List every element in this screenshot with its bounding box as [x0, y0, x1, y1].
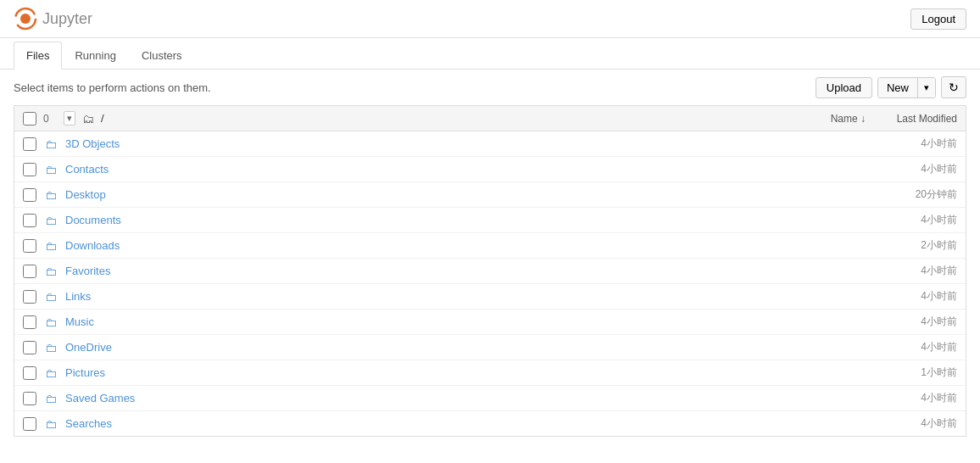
svg-point-1 [20, 14, 31, 24]
selected-count: 0 [43, 113, 57, 125]
folder-icon: 🗀 [43, 239, 58, 253]
jupyter-logo-icon [14, 7, 37, 31]
file-link[interactable]: Links [65, 290, 866, 303]
table-row: 🗀 Pictures 1小时前 [14, 360, 966, 386]
folder-icon: 🗀 [43, 290, 58, 304]
table-row: 🗀 Music 4小时前 [14, 310, 966, 335]
file-list: 0 ▾ 🗂 / Name ↓ Last Modified 🗀 3D Object… [14, 105, 966, 437]
table-row: 🗀 Downloads 2小时前 [14, 233, 966, 259]
row-checkbox[interactable] [23, 341, 36, 354]
current-folder-icon: 🗂 [82, 112, 94, 126]
file-link[interactable]: Favorites [65, 265, 866, 277]
row-checkbox[interactable] [23, 214, 36, 227]
file-modified: 20分钟前 [872, 187, 957, 202]
table-row: 🗀 Desktop 20分钟前 [14, 182, 966, 208]
table-row: 🗀 Favorites 4小时前 [14, 259, 966, 284]
current-path: / [101, 112, 104, 125]
file-link[interactable]: OneDrive [65, 341, 866, 354]
folder-icon: 🗀 [43, 137, 58, 151]
row-checkbox[interactable] [23, 239, 36, 253]
file-modified: 4小时前 [872, 264, 957, 278]
col-modified-header: Last Modified [872, 113, 957, 125]
file-link[interactable]: Downloads [65, 239, 866, 252]
table-row: 🗀 Links 4小时前 [14, 284, 966, 310]
tab-bar: Files Running Clusters [0, 42, 980, 70]
file-link[interactable]: Music [65, 315, 866, 328]
file-link[interactable]: Desktop [65, 188, 866, 201]
file-link[interactable]: Pictures [65, 366, 866, 379]
file-link[interactable]: Searches [65, 417, 866, 430]
count-dropdown[interactable]: ▾ [64, 111, 75, 126]
row-checkbox[interactable] [23, 290, 36, 304]
file-link[interactable]: 3D Objects [65, 137, 866, 150]
new-dropdown-caret[interactable]: ▾ [917, 78, 935, 98]
table-row: 🗀 Searches 4小时前 [14, 411, 966, 436]
logo-text: Jupyter [42, 10, 92, 28]
row-checkbox[interactable] [23, 417, 36, 431]
file-modified: 4小时前 [872, 289, 957, 304]
folder-icon: 🗀 [43, 163, 58, 176]
select-all-checkbox[interactable] [23, 112, 36, 126]
col-name-header[interactable]: Name ↓ [798, 113, 866, 125]
file-link[interactable]: Contacts [65, 163, 866, 176]
upload-button[interactable]: Upload [816, 77, 872, 98]
folder-icon: 🗀 [43, 392, 58, 405]
file-modified: 4小时前 [872, 416, 957, 431]
file-modified: 4小时前 [872, 391, 957, 405]
table-row: 🗀 Contacts 4小时前 [14, 157, 966, 182]
tab-running[interactable]: Running [62, 42, 128, 70]
toolbar: Select items to perform actions on them.… [0, 70, 980, 105]
folder-icon: 🗀 [43, 188, 58, 202]
table-row: 🗀 Documents 4小时前 [14, 208, 966, 233]
file-link[interactable]: Documents [65, 214, 866, 226]
row-checkbox[interactable] [23, 366, 36, 380]
row-checkbox[interactable] [23, 137, 36, 151]
row-checkbox[interactable] [23, 315, 36, 329]
table-row: 🗀 Saved Games 4小时前 [14, 386, 966, 411]
folder-icon: 🗀 [43, 366, 58, 380]
file-modified: 4小时前 [872, 213, 957, 227]
file-modified: 4小时前 [872, 162, 957, 176]
file-modified: 4小时前 [872, 315, 957, 329]
logout-button[interactable]: Logout [910, 8, 966, 30]
file-modified: 2小时前 [872, 238, 957, 253]
row-checkbox[interactable] [23, 265, 36, 278]
table-row: 🗀 3D Objects 4小时前 [14, 131, 966, 157]
file-rows-container: 🗀 3D Objects 4小时前 🗀 Contacts 4小时前 🗀 Desk… [14, 131, 966, 436]
folder-icon: 🗀 [43, 265, 58, 278]
app-header: Jupyter Logout [0, 0, 980, 38]
file-modified: 4小时前 [872, 137, 957, 151]
logo-area: Jupyter [14, 7, 92, 31]
toolbar-right: Upload New ▾ ↻ [816, 76, 966, 98]
folder-icon: 🗀 [43, 341, 58, 354]
refresh-button[interactable]: ↻ [941, 76, 966, 98]
folder-icon: 🗀 [43, 417, 58, 431]
file-modified: 1小时前 [872, 365, 957, 380]
file-modified: 4小时前 [872, 340, 957, 354]
row-checkbox[interactable] [23, 392, 36, 405]
folder-icon: 🗀 [43, 214, 58, 227]
select-hint: Select items to perform actions on them. [14, 81, 211, 94]
sort-arrow-icon: ↓ [860, 113, 866, 125]
row-checkbox[interactable] [23, 163, 36, 176]
file-list-header: 0 ▾ 🗂 / Name ↓ Last Modified [14, 106, 966, 131]
file-link[interactable]: Saved Games [65, 392, 866, 404]
new-button[interactable]: New [878, 78, 917, 98]
table-row: 🗀 OneDrive 4小时前 [14, 335, 966, 360]
tab-files[interactable]: Files [14, 42, 62, 70]
new-button-group: New ▾ [877, 77, 936, 98]
tab-clusters[interactable]: Clusters [129, 42, 195, 70]
folder-icon: 🗀 [43, 315, 58, 329]
row-checkbox[interactable] [23, 188, 36, 202]
